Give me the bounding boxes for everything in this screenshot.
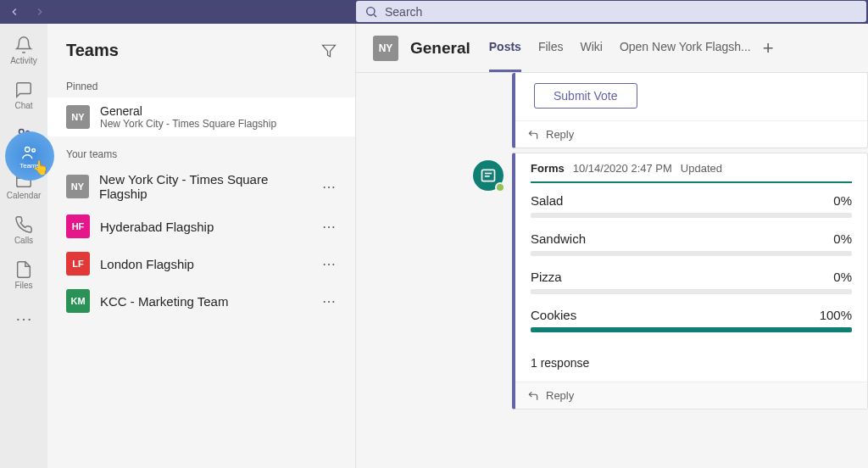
message-card: Submit Vote Reply: [512, 73, 868, 148]
channel-name: General: [100, 104, 276, 118]
forms-poll-card: Forms 10/14/2020 2:47 PM Updated Salad0%…: [512, 153, 868, 410]
submit-vote-button[interactable]: Submit Vote: [534, 83, 637, 109]
reply-label: Reply: [546, 389, 574, 402]
add-tab-button[interactable]: +: [763, 37, 774, 59]
search-box[interactable]: Search: [356, 1, 866, 22]
team-avatar: NY: [66, 105, 90, 129]
cursor-icon: 👆: [32, 159, 49, 176]
tab-posts[interactable]: Posts: [489, 24, 521, 72]
team-name: Hyderabad Flagship: [100, 220, 214, 234]
reply-input[interactable]: Reply: [515, 382, 867, 409]
channel-avatar: NY: [373, 36, 398, 61]
team-more-button[interactable]: ⋯: [322, 179, 337, 195]
poll-option: Salad0%: [531, 193, 852, 218]
poll-option-label: Pizza: [531, 270, 562, 284]
team-more-button[interactable]: ⋯: [322, 256, 337, 272]
poll-option-label: Cookies: [531, 308, 576, 322]
channel-title: General: [410, 39, 470, 58]
chat-icon: [14, 81, 33, 99]
svg-point-8: [25, 147, 31, 152]
forms-app-icon: [473, 160, 504, 191]
reply-label: Reply: [546, 128, 574, 141]
poll-response-count: 1 response: [515, 351, 867, 382]
reply-icon: [527, 129, 539, 141]
forward-button[interactable]: [31, 3, 49, 21]
poll-option-label: Salad: [531, 193, 563, 208]
back-button[interactable]: [5, 3, 24, 21]
poll-option-pct: 0%: [833, 270, 852, 284]
poll-option-label: Sandwich: [531, 231, 586, 246]
cursor-highlight: Teams 👆: [5, 131, 54, 181]
title-bar: Search: [0, 0, 868, 24]
file-icon: [14, 260, 33, 279]
svg-point-9: [32, 148, 36, 152]
team-row[interactable]: KM KCC - Marketing Team ⋯: [47, 282, 355, 320]
app-name[interactable]: Forms: [531, 162, 565, 175]
teams-panel: Teams Pinned NY General New York City - …: [47, 24, 356, 468]
poll-option-pct: 0%: [833, 193, 852, 208]
channel-team-name: New York City - Times Square Flagship: [100, 118, 276, 130]
team-row[interactable]: HF Hyderabad Flagship ⋯: [47, 208, 355, 245]
channel-panel: NY General Posts Files Wiki Open New Yor…: [356, 24, 868, 468]
filter-icon[interactable]: [321, 43, 337, 58]
presence-available-icon: [495, 182, 505, 192]
tab-wiki[interactable]: Wiki: [580, 24, 602, 72]
team-avatar: LF: [66, 252, 90, 276]
team-name: New York City - Times Square Flagship: [99, 172, 312, 201]
your-teams-label: Your teams: [47, 136, 355, 165]
pinned-channel-general[interactable]: NY General New York City - Times Square …: [47, 98, 355, 136]
rail-more[interactable]: ⋯: [15, 309, 32, 329]
team-row[interactable]: LF London Flagship ⋯: [47, 245, 355, 282]
rail-activity[interactable]: Activity: [0, 36, 47, 65]
svg-line-1: [374, 14, 376, 17]
poll-option: Cookies100%: [531, 308, 852, 332]
team-avatar: NY: [66, 175, 89, 198]
rail-calls[interactable]: Calls: [0, 215, 47, 245]
phone-icon: [14, 215, 33, 234]
poll-option: Sandwich0%: [531, 231, 852, 256]
bell-icon: [14, 36, 33, 54]
poll-results: Salad0% Sandwich0% Pizza0% Cookies100%: [531, 181, 852, 351]
team-more-button[interactable]: ⋯: [322, 293, 337, 309]
search-icon: [364, 5, 378, 19]
message-timestamp: 10/14/2020 2:47 PM: [573, 162, 672, 175]
rail-chat[interactable]: Chat: [0, 81, 47, 110]
team-name: KCC - Marketing Team: [100, 294, 228, 309]
teams-title: Teams: [66, 41, 119, 60]
search-placeholder: Search: [385, 5, 422, 19]
channel-header: NY General Posts Files Wiki Open New Yor…: [356, 24, 868, 73]
team-row[interactable]: NY New York City - Times Square Flagship…: [47, 165, 355, 208]
tab-custom[interactable]: Open New York Flagsh...: [620, 24, 751, 72]
team-avatar: KM: [66, 289, 90, 313]
svg-point-0: [367, 7, 375, 14]
conversation-area: Submit Vote Reply Forms 10/14/2020 2:47 …: [356, 73, 868, 468]
reply-input[interactable]: Reply: [515, 120, 867, 148]
poll-option-pct: 0%: [833, 231, 852, 246]
rail-files[interactable]: Files: [0, 260, 47, 290]
poll-option-pct: 100%: [820, 308, 852, 322]
message-status: Updated: [681, 162, 722, 175]
team-more-button[interactable]: ⋯: [322, 219, 337, 235]
team-name: London Flagship: [100, 257, 194, 271]
tab-files[interactable]: Files: [538, 24, 564, 72]
svg-marker-10: [323, 45, 336, 57]
app-rail: Activity Chat Teams Calendar Calls Files…: [0, 24, 47, 468]
team-avatar: HF: [66, 214, 90, 238]
poll-option: Pizza0%: [531, 270, 852, 294]
channel-tabs: Posts Files Wiki Open New York Flagsh...: [489, 24, 751, 72]
reply-icon: [527, 390, 539, 402]
pinned-label: Pinned: [47, 69, 355, 98]
